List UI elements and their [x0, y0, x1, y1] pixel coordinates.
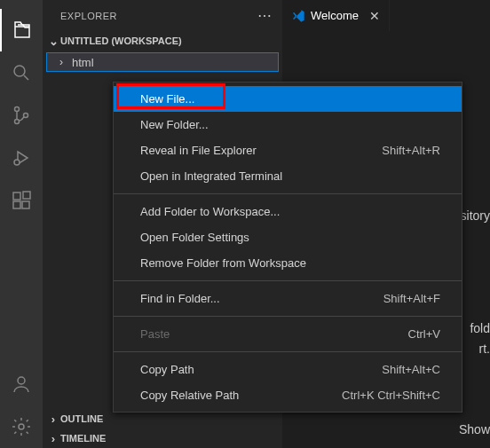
- menu-label: Copy Path: [140, 363, 194, 376]
- search-icon[interactable]: [0, 51, 43, 94]
- sidebar-title: EXPLORER: [60, 11, 117, 21]
- menu-label: Find in Folder...: [140, 292, 220, 305]
- timeline-section-header[interactable]: › TIMELINE: [43, 428, 282, 448]
- menu-item-remove-folder-workspace[interactable]: Remove Folder from Workspace: [114, 250, 462, 276]
- editor-text-fragment: rt.: [479, 342, 490, 356]
- workspace-label: UNTITLED (WORKSPACE): [60, 35, 182, 46]
- menu-item-find-in-folder[interactable]: Find in Folder... Shift+Alt+F: [114, 286, 462, 311]
- menu-shortcut: Ctrl+V: [408, 327, 440, 341]
- workspace-section-header[interactable]: ⌄ UNTITLED (WORKSPACE): [43, 31, 282, 51]
- menu-label: Open in Integrated Terminal: [140, 169, 282, 183]
- sidebar-more-icon[interactable]: ⋯: [257, 7, 273, 24]
- menu-shortcut: Shift+Alt+F: [383, 292, 440, 305]
- menu-item-open-folder-settings[interactable]: Open Folder Settings: [114, 224, 462, 250]
- menu-label: Open Folder Settings: [140, 231, 249, 244]
- menu-separator: [114, 193, 462, 194]
- menu-item-new-file[interactable]: New File...: [114, 86, 462, 112]
- menu-label: New Folder...: [140, 118, 209, 131]
- context-menu: New File... New Folder... Reveal in File…: [113, 82, 462, 413]
- account-icon[interactable]: [0, 363, 43, 405]
- debug-icon[interactable]: [0, 137, 43, 179]
- menu-shortcut: Ctrl+K Ctrl+Shift+C: [342, 389, 440, 402]
- menu-label: Reveal in File Explorer: [140, 144, 257, 157]
- settings-icon[interactable]: [0, 405, 43, 448]
- menu-label: Add Folder to Workspace...: [140, 205, 280, 218]
- menu-separator: [114, 351, 462, 352]
- menu-separator: [114, 316, 462, 317]
- tab-welcome[interactable]: Welcome ✕: [282, 0, 390, 31]
- svg-rect-6: [13, 201, 20, 208]
- vscode-icon: [291, 9, 305, 23]
- menu-item-copy-path[interactable]: Copy Path Shift+Alt+C: [114, 357, 462, 382]
- tab-bar: Welcome ✕: [282, 0, 390, 31]
- menu-label: Remove Folder from Workspace: [140, 256, 306, 270]
- menu-item-copy-relative-path[interactable]: Copy Relative Path Ctrl+K Ctrl+Shift+C: [114, 382, 462, 408]
- svg-point-0: [14, 66, 25, 76]
- svg-rect-7: [22, 201, 29, 208]
- extensions-icon[interactable]: [0, 179, 43, 222]
- menu-separator: [114, 280, 462, 281]
- menu-item-add-folder-workspace[interactable]: Add Folder to Workspace...: [114, 199, 462, 224]
- timeline-label: TIMELINE: [60, 433, 106, 444]
- editor-text-fragment: fold: [470, 321, 490, 335]
- menu-item-paste: Paste Ctrl+V: [114, 321, 462, 347]
- explorer-icon[interactable]: [0, 9, 43, 51]
- menu-item-reveal-explorer[interactable]: Reveal in File Explorer Shift+Alt+R: [114, 138, 462, 163]
- svg-point-1: [15, 107, 20, 112]
- menu-shortcut: Shift+Alt+C: [382, 363, 440, 376]
- folder-name: html: [72, 56, 94, 69]
- menu-item-new-folder[interactable]: New Folder...: [114, 112, 462, 138]
- close-icon[interactable]: ✕: [369, 9, 380, 23]
- source-control-icon[interactable]: [0, 94, 43, 137]
- svg-point-10: [19, 424, 24, 429]
- sidebar-header: EXPLORER ⋯: [43, 0, 282, 31]
- outline-label: OUTLINE: [60, 413, 103, 424]
- menu-label: Paste: [140, 327, 170, 341]
- menu-item-open-terminal[interactable]: Open in Integrated Terminal: [114, 163, 462, 189]
- menu-shortcut: Shift+Alt+R: [382, 144, 440, 157]
- chevron-right-icon: ›: [59, 56, 72, 68]
- chevron-right-icon: ›: [46, 432, 60, 445]
- activity-bar: [0, 0, 43, 448]
- svg-rect-5: [13, 193, 20, 200]
- tab-label: Welcome: [311, 9, 359, 22]
- svg-point-4: [14, 160, 20, 165]
- folder-tree-item[interactable]: › html: [46, 52, 279, 72]
- svg-rect-8: [23, 192, 30, 199]
- svg-point-2: [15, 120, 20, 124]
- chevron-down-icon: ⌄: [46, 35, 60, 48]
- menu-label: New File...: [140, 92, 194, 106]
- menu-label: Copy Relative Path: [140, 389, 239, 402]
- chevron-right-icon: ›: [46, 413, 60, 426]
- editor-text-fragment: Show: [459, 422, 490, 436]
- svg-point-9: [18, 377, 25, 384]
